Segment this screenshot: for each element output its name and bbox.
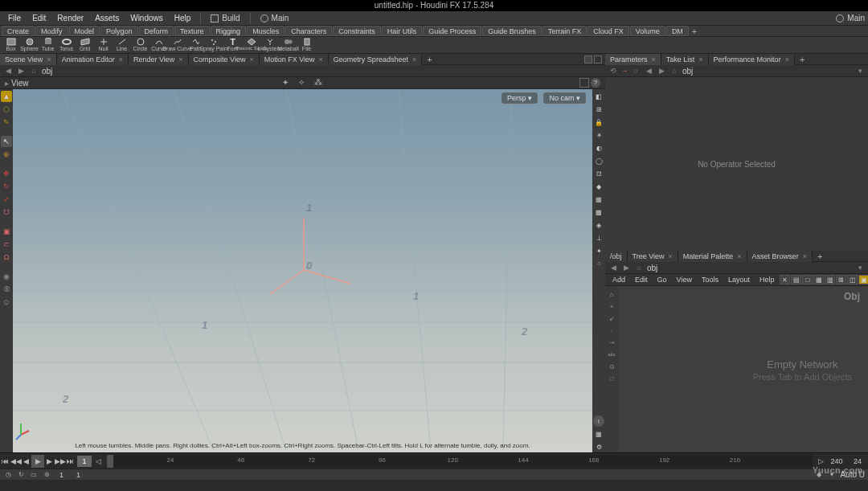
home-icon[interactable]: ⌂ — [29, 66, 39, 76]
menu-file[interactable]: File — [3, 14, 26, 23]
shelf-tab-create[interactable]: Create — [2, 26, 35, 36]
shelf-tab-muscles[interactable]: Muscles — [247, 26, 285, 36]
radial-menu-right[interactable]: Main — [836, 14, 865, 23]
display-options-icon[interactable]: ◧ — [593, 91, 604, 102]
backface-icon[interactable]: ◐ — [593, 142, 604, 153]
select-tool-icon[interactable]: ▲ — [1, 91, 12, 102]
inspect-tool-icon[interactable]: ⊙ — [1, 297, 12, 308]
nav-fwd-icon[interactable]: ▶ — [657, 66, 666, 76]
next-frame-button[interactable]: ▶▶ — [55, 455, 65, 468]
camera-select-button[interactable]: No cam ▾ — [543, 92, 586, 104]
net-menu-add[interactable]: Add — [608, 276, 629, 284]
net-menu-view[interactable]: View — [673, 276, 696, 284]
tool-box[interactable]: Box — [2, 37, 20, 53]
net-menu-help[interactable]: Help — [755, 276, 779, 284]
uv-icon[interactable]: ✦ — [593, 245, 604, 256]
tab-perfmon[interactable]: Performance Monitor× — [709, 54, 795, 65]
add-tab[interactable]: + — [795, 55, 809, 64]
shelf-tab-polygon[interactable]: Polygon — [100, 26, 138, 36]
net-tool-abc[interactable]: abc — [607, 350, 616, 359]
add-tab[interactable]: + — [813, 252, 827, 261]
shelf-tab-guideprocess[interactable]: Guide Process — [423, 26, 481, 36]
tool-torus[interactable]: Torus — [57, 37, 76, 53]
tab-geo-spreadsheet[interactable]: Geometry Spreadsheet× — [329, 54, 422, 65]
net-ico-wand[interactable]: ✕ — [780, 275, 790, 284]
shelf-tab-terrainfx[interactable]: Terrain FX — [542, 26, 588, 36]
tab-animation-editor[interactable]: Animation Editor× — [57, 54, 129, 65]
shelf-tab-hairutils[interactable]: Hair Utils — [382, 26, 423, 36]
texture-icon[interactable]: ▩ — [593, 207, 604, 218]
close-icon[interactable]: × — [319, 55, 323, 63]
close-icon[interactable]: × — [669, 252, 673, 260]
loop-icon[interactable]: ↻ — [16, 470, 26, 480]
menu-windows[interactable]: Windows — [125, 14, 168, 23]
template-icon[interactable]: ▦ — [593, 194, 604, 205]
tool-lsystem[interactable]: L-System — [260, 37, 279, 53]
camera-persp-button[interactable]: Persp ▾ — [502, 92, 538, 104]
lock-icon[interactable]: 🔒 — [593, 117, 604, 128]
magnet-tool-icon[interactable]: Ω — [1, 252, 12, 263]
net-ico-box[interactable]: □ — [802, 275, 813, 284]
menu-render[interactable]: Render — [52, 14, 88, 23]
close-icon[interactable]: × — [803, 252, 807, 260]
arrow-tool-icon[interactable]: ↖ — [1, 136, 12, 147]
net-tool-ortho[interactable]: + — [607, 301, 616, 311]
home-icon[interactable]: ⌂ — [634, 263, 644, 272]
shelf-tab-modify[interactable]: Modify — [35, 26, 68, 36]
pane-maximize-icon[interactable] — [594, 55, 602, 63]
link-icon[interactable]: → — [620, 66, 629, 76]
menu-edit[interactable]: Edit — [27, 14, 51, 23]
info-icon[interactable]: i — [593, 415, 604, 427]
view-layout-icon[interactable] — [579, 78, 589, 88]
rotate-tool-icon[interactable]: ↻ — [1, 181, 12, 192]
shelf-tab-characters[interactable]: Characters — [285, 26, 332, 36]
prev-key-button[interactable]: ◀ — [21, 455, 31, 468]
dropdown-icon[interactable]: ▾ — [855, 66, 865, 76]
menu-assets[interactable]: Assets — [90, 14, 124, 23]
view-title[interactable]: View — [11, 79, 29, 88]
tool-file[interactable]: File — [297, 37, 316, 53]
tool-grid[interactable]: Grid — [76, 37, 94, 53]
region-tool-icon[interactable]: ▣ — [1, 226, 12, 237]
integer-frames-icon[interactable]: ▭ — [29, 470, 39, 480]
fps-field[interactable]: 24 — [847, 457, 868, 465]
close-icon[interactable]: × — [652, 55, 656, 63]
move-tool-icon[interactable]: ✥ — [1, 168, 12, 179]
desktop-selector[interactable]: Build — [206, 14, 244, 23]
net-ico-vis[interactable]: ◫ — [847, 275, 858, 284]
close-icon[interactable]: × — [698, 55, 702, 63]
close-icon[interactable]: × — [412, 55, 416, 63]
shelf-tab-texture[interactable]: Texture — [174, 26, 210, 36]
shading-icon[interactable]: ◆ — [593, 181, 604, 192]
tool-null[interactable]: Null — [94, 37, 113, 53]
network-path[interactable]: obj — [647, 264, 852, 272]
tool-drawcurve[interactable]: Draw Curve — [168, 37, 186, 53]
tab-parameters[interactable]: Parameters× — [605, 54, 661, 65]
tab-motion-fx[interactable]: Motion FX View× — [260, 54, 329, 65]
nav-back-icon[interactable]: ◀ — [644, 66, 653, 76]
close-icon[interactable]: × — [249, 55, 253, 63]
close-icon[interactable]: × — [178, 55, 182, 63]
find-icon[interactable]: ○ — [631, 66, 641, 76]
pane-menu-icon[interactable] — [584, 55, 592, 63]
add-tab[interactable]: + — [422, 55, 436, 64]
tool-sphere[interactable]: Sphere — [20, 37, 39, 53]
tab-render-view[interactable]: Render View× — [129, 54, 189, 65]
snap-point-icon[interactable]: ✦ — [282, 78, 293, 88]
scope-start-icon[interactable]: ◁ — [93, 455, 104, 468]
close-icon[interactable]: × — [785, 55, 789, 63]
shelf-tab-cloudfx[interactable]: Cloud FX — [588, 26, 629, 36]
net-tool-home[interactable]: ⌂ — [607, 289, 616, 299]
net-ico-grid[interactable]: ▦ — [813, 275, 824, 284]
net-ico-group[interactable]: ▥ — [825, 275, 835, 284]
shelf-tab-constraints[interactable]: Constraints — [333, 26, 381, 36]
pin-icon[interactable]: ⟲ — [608, 66, 618, 76]
shelf-tab-deform[interactable]: Deform — [139, 26, 174, 36]
help-icon[interactable]: ? — [591, 78, 600, 88]
hq-icon[interactable]: ◈ — [593, 219, 604, 231]
prev-frame-button[interactable]: ◀◀ — [10, 455, 21, 468]
first-frame-button[interactable]: ⏮ — [0, 455, 10, 468]
next-key-button[interactable]: ▶ — [44, 455, 55, 468]
close-icon[interactable]: × — [737, 252, 741, 260]
shelf-add-tab[interactable]: + — [690, 27, 699, 36]
